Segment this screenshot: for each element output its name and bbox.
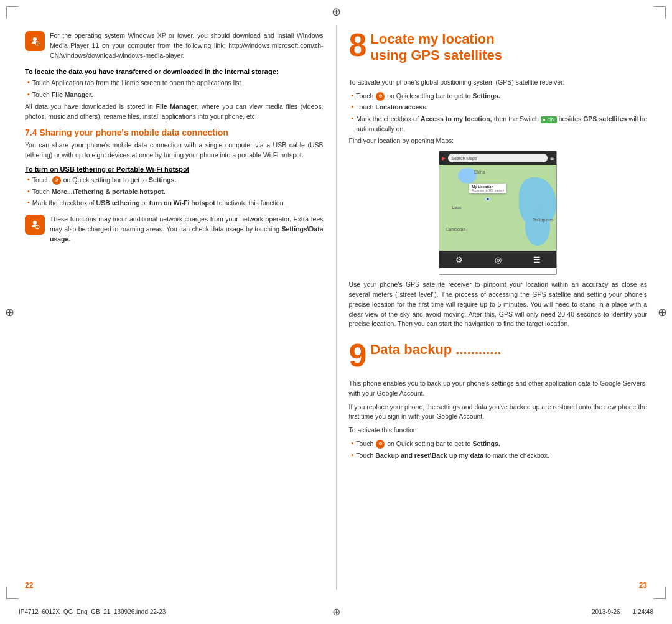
bullet-item-2: • Touch File Manager. [25, 90, 324, 100]
ch8-bullet-dot-2: • [352, 103, 354, 110]
chapter-8-title: Locate my locationusing GPS satellites [349, 31, 648, 64]
map-searchbar: Search Maps [448, 154, 548, 162]
bullet-dot-2: • [27, 90, 30, 98]
map-accuracy-text: Accurate to 700 meters [472, 189, 504, 192]
settings-icon-2: ⚙ [376, 92, 385, 101]
map-visual: ▶ Search Maps ≡ China Laos Cambodia Phil… [439, 151, 557, 275]
chapter-8-intro: To activate your phone's global position… [349, 78, 648, 88]
chapter-9-dots: ............ [455, 342, 501, 357]
ch8-bullet-text-1: Touch ⚙ on Quick setting bar to get to S… [356, 91, 500, 101]
ch9-bullet-1: • Touch ⚙ on Quick setting bar to get to… [349, 439, 648, 449]
chapter-9-body: If you replace your phone, the settings … [349, 403, 648, 422]
section-heading-1: To locate the data you have transferred … [25, 68, 324, 75]
map-menu-icon: ≡ [550, 155, 554, 162]
sub-bullet-text-1: Touch ⚙ on Quick setting bar to get to S… [32, 175, 176, 185]
map-header: ▶ Search Maps ≡ [439, 151, 556, 165]
bullet-text-1: Touch Application tab from the Home scre… [32, 78, 243, 88]
ch8-bullet-2: • Touch Location access. [349, 103, 648, 113]
footer-right: 2013-9-26 1:24:48 [340, 608, 654, 615]
section-74-title: 7.4 Sharing your phone's mobile data con… [25, 128, 324, 137]
section-74-body: You can share your phone's mobile data c… [25, 141, 324, 161]
svg-point-0 [33, 37, 37, 41]
sub-bullet-text-3: Mark the checkbox of USB tethering or tu… [32, 198, 286, 208]
map-body: China Laos Cambodia Philippines My Locat… [439, 165, 556, 251]
chapter-9-number: 9 [349, 342, 367, 371]
footer: IP4712_6012X_QG_Eng_GB_21_130926.indd 22… [19, 606, 653, 618]
footer-center: ⊕ [332, 606, 340, 618]
right-page-number: 23 [639, 581, 647, 590]
svg-point-3 [33, 221, 37, 225]
info-box-2: i These functions may incur additional n… [25, 215, 324, 244]
map-search-text: Search Maps [451, 156, 477, 161]
sub-bullet-dot-3: • [27, 198, 30, 206]
chapter-8-body: Use your phone's GPS satellite receiver … [349, 280, 648, 329]
ch8-bullet-dot-1: • [352, 91, 354, 99]
left-page-number: 22 [25, 581, 33, 590]
ch9-bullet-text-1: Touch ⚙ on Quick setting bar to get to S… [356, 439, 500, 449]
ch9-bullet-dot-2: • [352, 451, 354, 459]
corner-mark-br [653, 587, 666, 599]
map-footer-icon-3: ☰ [533, 255, 541, 264]
footer-compass-icon: ⊕ [332, 606, 340, 618]
footer-time: 1:24:48 [633, 608, 653, 615]
gps-map-container: ▶ Search Maps ≡ China Laos Cambodia Phil… [349, 151, 648, 275]
sub-bullet-dot-1: • [27, 175, 30, 183]
map-flag-icon: ▶ [442, 156, 446, 161]
footer-date: 2013-9-26 [592, 608, 620, 615]
corner-mark-bl [6, 587, 19, 599]
ch9-bullet-2: • Touch Backup and reset\Back up my data… [349, 451, 648, 461]
right-page: 8 Locate my locationusing GPS satellites… [337, 25, 654, 590]
info-icon-2: i [25, 215, 45, 235]
chapter-9: 9 Data backup ............ This phone en… [349, 342, 648, 460]
map-china-label: China [474, 170, 485, 174]
chapter-9-title: Data backup ............ [349, 342, 648, 358]
info-icon-1: i [25, 31, 45, 51]
ch8-bullet-text-3: Mark the checkbox of Access to my locati… [356, 114, 647, 134]
bullet-dot-1: • [27, 78, 30, 86]
left-compass-icon: ⊕ [5, 305, 14, 319]
chapter-9-activate: To activate this function: [349, 426, 648, 435]
bullet-item-1: • Touch Application tab from the Home sc… [25, 78, 324, 88]
map-water-2 [525, 208, 550, 246]
left-page: i For the operating system Windows XP or… [19, 25, 337, 590]
corner-mark-tl [6, 6, 19, 19]
map-cambodia-label: Cambodia [446, 227, 465, 231]
subsection-heading: To turn on USB tethering or Portable Wi-… [25, 165, 324, 173]
map-footer-icon-2: ◎ [495, 255, 502, 264]
ch8-bullet-text-2: Touch Location access. [356, 103, 428, 113]
right-compass-icon: ⊕ [658, 305, 667, 319]
settings-icon-3: ⚙ [376, 440, 385, 449]
top-compass-icon: ⊕ [332, 5, 341, 19]
ch9-bullet-text-2: Touch Backup and reset\Back up my data t… [356, 451, 549, 461]
content-area: i For the operating system Windows XP or… [19, 25, 653, 590]
sub-bullet-1: • Touch ⚙ on Quick setting bar to get to… [25, 175, 324, 185]
ch8-bullet-dot-3: • [352, 114, 354, 122]
ch9-bullet-dot-1: • [352, 439, 354, 447]
info-box-1: i For the operating system Windows XP or… [25, 31, 324, 60]
body-text-1: All data you have downloaded is stored i… [25, 102, 324, 122]
sub-bullet-3: • Mark the checkbox of USB tethering or … [25, 198, 324, 208]
sub-bullet-text-2: Touch More...\Tethering & portable hotsp… [32, 187, 166, 197]
map-philippines-label: Philippines [532, 218, 553, 222]
settings-icon-1: ⚙ [52, 176, 61, 185]
ch8-bullet-3: • Mark the checkbox of Access to my loca… [349, 114, 648, 134]
info-box-1-text: For the operating system Windows XP or l… [50, 31, 324, 60]
map-location-popup: My Location Accurate to 700 meters [469, 184, 506, 193]
map-laos-label: Laos [452, 205, 461, 210]
chapter-8-number: 8 [349, 31, 367, 61]
map-footer-icon-1: ⚙ [455, 255, 463, 264]
map-location-pin [486, 197, 490, 201]
chapter-8-header: 8 Locate my locationusing GPS satellites [349, 31, 648, 70]
corner-mark-tr [653, 6, 666, 19]
chapter-9-intro: This phone enables you to back up your p… [349, 379, 648, 399]
info-box-2-text: These functions may incur additional net… [50, 215, 324, 244]
find-location-text: Find your location by opening Maps: [349, 136, 648, 146]
map-footer: ⚙ ◎ ☰ [439, 251, 556, 268]
footer-filename: IP4712_6012X_QG_Eng_GB_21_130926.indd 22… [19, 608, 166, 615]
chapter-9-header: 9 Data backup ............ [349, 342, 648, 371]
bullet-text-2: Touch File Manager. [32, 90, 93, 100]
sub-bullet-dot-2: • [27, 187, 30, 195]
footer-left: IP4712_6012X_QG_Eng_GB_21_130926.indd 22… [19, 608, 332, 615]
sub-bullet-2: • Touch More...\Tethering & portable hot… [25, 187, 324, 197]
ch8-bullet-1: • Touch ⚙ on Quick setting bar to get to… [349, 91, 648, 101]
